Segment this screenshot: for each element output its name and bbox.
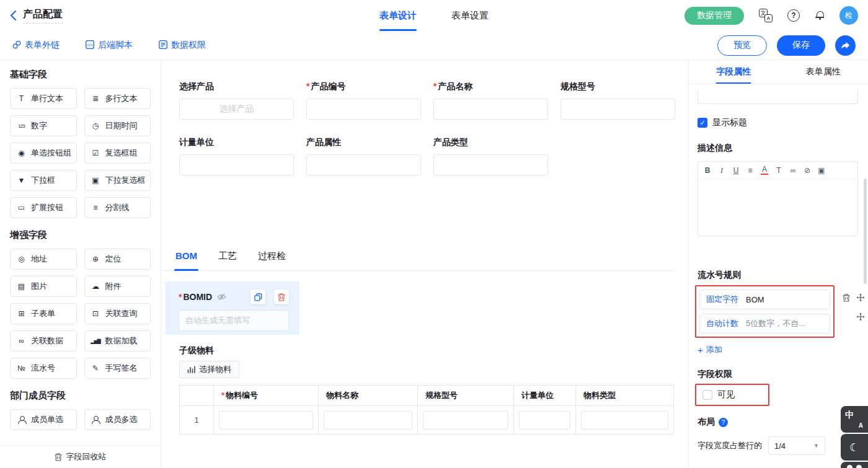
italic-icon[interactable]: I: [718, 167, 725, 174]
sidebar-item-subform[interactable]: ⊞子表单: [10, 303, 77, 324]
field-width-label: 字段宽度占整行的: [698, 440, 762, 451]
field-input[interactable]: [560, 99, 675, 120]
back-icon[interactable]: [10, 10, 17, 21]
editor-image-icon[interactable]: ▣: [818, 167, 825, 174]
visible-label: 可见: [717, 389, 735, 400]
field-input[interactable]: [306, 154, 421, 175]
save-button[interactable]: 保存: [777, 35, 825, 56]
sidebar-item-address[interactable]: ◎地址: [10, 249, 77, 270]
sidebar-section-title: 增强字段: [10, 229, 151, 241]
sidebar-item-linked-query[interactable]: ⊡关联查询: [84, 303, 151, 324]
sidebar-item-select[interactable]: ▼下拉框: [10, 170, 77, 191]
sidebar-item-single-line-text[interactable]: T单行文本: [10, 88, 77, 109]
field-input[interactable]: [433, 99, 548, 120]
toolbar-link-data-permission[interactable]: 数据权限: [159, 40, 206, 51]
color-icon[interactable]: A: [761, 166, 768, 175]
header-tab-form-design[interactable]: 表单设计: [379, 0, 417, 31]
serial-rule-row[interactable]: 固定字符BOM: [699, 289, 830, 309]
sidebar-item-data-load[interactable]: ▂▅▇数据加载: [84, 330, 151, 351]
table-cell-input[interactable]: [581, 411, 668, 430]
table-cell-input[interactable]: [423, 411, 508, 430]
sidebar-item-attachment[interactable]: ☁附件: [84, 276, 151, 297]
script-icon: </>: [86, 40, 94, 51]
canvas-field[interactable]: 计量单位: [179, 137, 294, 175]
field-input[interactable]: [433, 154, 548, 175]
language-toggle-button[interactable]: 中 A: [841, 406, 868, 433]
detail-tab-process-check[interactable]: 过程检: [257, 250, 287, 270]
panel-tab-field-properties[interactable]: 字段属性: [689, 60, 779, 84]
header-tab-form-settings[interactable]: 表单设置: [451, 0, 489, 31]
fontsize-icon[interactable]: T: [775, 167, 782, 174]
field-recycle-bin[interactable]: 字段回收站: [0, 445, 161, 468]
canvas-field[interactable]: *产品编号: [306, 81, 421, 120]
show-title-checkbox[interactable]: ✓: [698, 118, 707, 128]
bold-icon[interactable]: B: [704, 167, 711, 174]
copy-field-icon[interactable]: [250, 289, 265, 304]
toolbar-link-backend-script[interactable]: </>后端脚本: [86, 40, 133, 51]
recycle-bin-label: 字段回收站: [66, 451, 107, 462]
field-width-select[interactable]: 1/4 ▼: [768, 436, 825, 455]
panel-scrollbar[interactable]: [864, 179, 867, 284]
rule-delete-icon[interactable]: [843, 294, 850, 302]
field-input[interactable]: [306, 99, 421, 120]
sidebar-item-extend-button[interactable]: ▭扩展按钮: [10, 197, 77, 218]
dark-mode-toggle-button[interactable]: ☾: [841, 434, 868, 461]
avatar[interactable]: 检: [839, 6, 858, 25]
field-input[interactable]: [179, 154, 294, 175]
image-icon: ▤: [16, 282, 27, 291]
select-material-button[interactable]: 选择物料: [179, 361, 239, 378]
sidebar-item-multi-line-text[interactable]: ≣多行文本: [84, 88, 151, 109]
notification-bell-icon[interactable]: [815, 11, 825, 20]
canvas-field[interactable]: 产品类型: [433, 137, 548, 175]
preview-button[interactable]: 预览: [717, 35, 767, 56]
canvas-field[interactable]: 规格型号: [560, 81, 675, 120]
delete-field-icon[interactable]: [274, 289, 289, 304]
bom-field-input[interactable]: 自动生成无需填写: [179, 310, 289, 331]
toolbar-link-form-external-link[interactable]: 表单外链: [12, 40, 60, 51]
field-type-label: 流水号: [31, 363, 55, 374]
theme-button[interactable]: [841, 462, 868, 468]
sidebar-item-signature[interactable]: ✎手写签名: [84, 358, 151, 379]
canvas-field[interactable]: 产品属性: [306, 137, 421, 175]
sidebar-item-linked-data[interactable]: ∞关联数据: [10, 330, 77, 351]
sidebar-item-multi-select[interactable]: ▣下拉复选框: [84, 170, 151, 191]
canvas-field[interactable]: 选择产品选择产品: [179, 81, 294, 120]
sidebar-item-divider[interactable]: ≡分割线: [84, 197, 151, 218]
serial-rule-row[interactable]: 自动计数5位数字，不自...: [699, 314, 830, 333]
table-cell-input[interactable]: [519, 411, 570, 430]
editor-link-icon[interactable]: ∞: [789, 167, 797, 174]
rule-move-icon[interactable]: [856, 293, 865, 302]
list-icon[interactable]: ≡: [746, 167, 754, 174]
canvas-field[interactable]: *产品名称: [433, 81, 548, 120]
underline-icon[interactable]: U: [732, 167, 740, 174]
unlink-icon[interactable]: ⊘: [804, 167, 811, 174]
table-cell-input[interactable]: [219, 411, 313, 430]
required-star: *: [306, 81, 309, 91]
panel-tab-form-properties[interactable]: 表单属性: [779, 60, 868, 84]
add-rule-link[interactable]: + 添加: [698, 344, 722, 355]
help-icon[interactable]: ?: [787, 9, 800, 22]
sidebar-item-radio-group[interactable]: ◉单选按钮组: [10, 143, 77, 164]
sidebar-item-datetime[interactable]: ◷日期时间: [84, 115, 151, 136]
layout-help-icon[interactable]: ?: [719, 418, 728, 427]
rule-move-icon[interactable]: [856, 312, 865, 321]
sidebar-item-member-multi[interactable]: 成员多选: [84, 409, 151, 430]
visible-checkbox[interactable]: [702, 390, 712, 400]
language-icon[interactable]: 文A: [759, 9, 773, 22]
data-manage-button[interactable]: 数据管理: [684, 7, 744, 25]
sidebar-item-checkbox-group[interactable]: ☑复选框组: [84, 143, 151, 164]
sidebar-item-image[interactable]: ▤图片: [10, 276, 77, 297]
page-title[interactable]: 产品配置: [23, 8, 63, 24]
table-cell-input[interactable]: [324, 411, 412, 430]
share-icon[interactable]: [835, 35, 856, 56]
sidebar-item-member-single[interactable]: 成员单选: [10, 409, 77, 430]
sidebar-item-number[interactable]: 123数字: [10, 115, 77, 136]
field-title-input-partial[interactable]: [698, 90, 858, 104]
description-textarea[interactable]: [698, 179, 857, 236]
detail-tab-bom[interactable]: BOM: [174, 250, 198, 270]
sidebar-item-locate[interactable]: ⊕定位: [84, 249, 151, 270]
field-input[interactable]: 选择产品: [179, 99, 294, 120]
sidebar-item-serial-number[interactable]: №流水号: [10, 358, 77, 379]
detail-tab-craft[interactable]: 工艺: [217, 250, 238, 270]
selected-field-card[interactable]: *BOMID 自动生成无需填写: [166, 281, 299, 335]
